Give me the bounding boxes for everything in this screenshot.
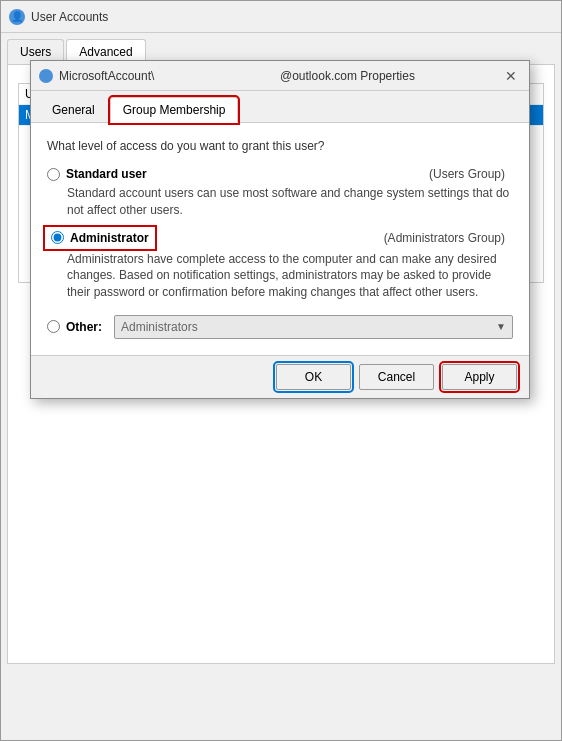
tab-group-membership[interactable]: Group Membership (110, 97, 239, 123)
other-row: Other: Administrators ▼ (47, 315, 513, 339)
ok-button[interactable]: OK (276, 364, 351, 390)
standard-user-radio[interactable] (47, 168, 60, 181)
administrator-row: Administrator (Administrators Group) (47, 229, 513, 247)
other-radio[interactable] (47, 320, 60, 333)
dialog-footer: OK Cancel Apply (31, 355, 529, 398)
tab-general[interactable]: General (39, 97, 108, 122)
administrator-description: Administrators have complete access to t… (67, 251, 513, 301)
admin-group-label: (Administrators Group) (384, 231, 513, 245)
access-question: What level of access do you want to gran… (47, 139, 513, 153)
administrator-section: Administrator (Administrators Group) Adm… (47, 229, 513, 301)
standard-user-section: Standard user (Users Group) Standard acc… (47, 167, 513, 219)
bg-title-icon: 👤 (9, 9, 25, 25)
standard-group-label: (Users Group) (429, 167, 513, 181)
standard-user-description: Standard account users can use most soft… (67, 185, 513, 219)
dialog-titlebar: MicrosoftAccount\ @outlook.com Propertie… (31, 61, 529, 91)
dropdown-arrow-icon: ▼ (496, 321, 506, 332)
properties-dialog: MicrosoftAccount\ @outlook.com Propertie… (30, 60, 530, 399)
dialog-subtitle: @outlook.com Properties (280, 69, 501, 83)
other-dropdown[interactable]: Administrators ▼ (114, 315, 513, 339)
cancel-button[interactable]: Cancel (359, 364, 434, 390)
dialog-title: MicrosoftAccount\ (59, 69, 280, 83)
dialog-close-button[interactable]: ✕ (501, 66, 521, 86)
standard-user-row: Standard user (Users Group) (47, 167, 513, 181)
apply-button[interactable]: Apply (442, 364, 517, 390)
other-dropdown-value: Administrators (121, 320, 198, 334)
dialog-tabs: General Group Membership (31, 91, 529, 123)
administrator-radio[interactable] (51, 231, 64, 244)
bg-title-text: User Accounts (31, 10, 553, 24)
administrator-label[interactable]: Administrator (70, 231, 149, 245)
admin-highlight-box: Administrator (47, 229, 153, 247)
bg-titlebar: 👤 User Accounts (1, 1, 561, 33)
other-label[interactable]: Other: (66, 320, 102, 334)
dialog-icon (39, 69, 53, 83)
standard-user-label[interactable]: Standard user (66, 167, 147, 181)
dialog-content: What level of access do you want to gran… (31, 123, 529, 355)
